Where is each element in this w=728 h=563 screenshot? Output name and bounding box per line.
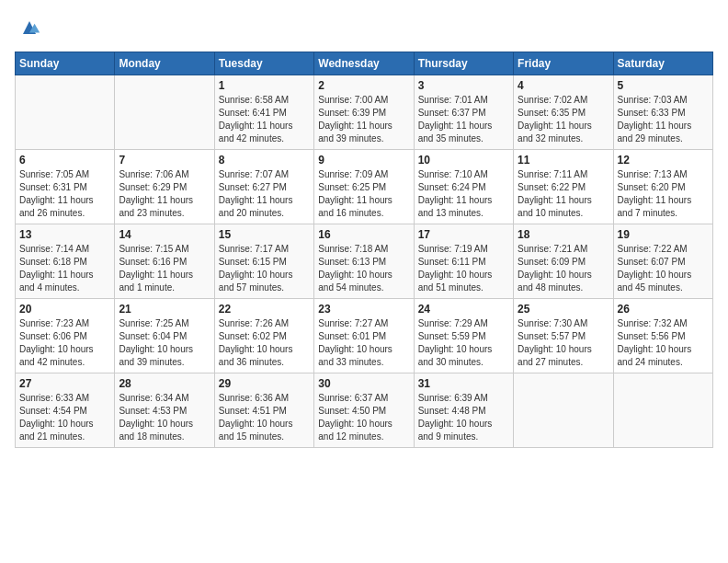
day-info: Sunrise: 7:01 AM Sunset: 6:37 PM Dayligh… bbox=[418, 94, 509, 145]
day-info: Sunrise: 7:26 AM Sunset: 6:02 PM Dayligh… bbox=[219, 317, 310, 369]
day-info: Sunrise: 7:06 AM Sunset: 6:29 PM Dayligh… bbox=[119, 168, 210, 220]
day-number: 14 bbox=[119, 228, 210, 241]
day-number: 25 bbox=[518, 303, 609, 316]
day-cell: 29Sunrise: 6:36 AM Sunset: 4:51 PM Dayli… bbox=[214, 373, 313, 448]
day-cell: 7Sunrise: 7:06 AM Sunset: 6:29 PM Daylig… bbox=[115, 150, 214, 224]
week-row-1: 1Sunrise: 6:58 AM Sunset: 6:41 PM Daylig… bbox=[16, 75, 713, 150]
day-number: 10 bbox=[418, 154, 509, 167]
day-cell: 14Sunrise: 7:15 AM Sunset: 6:16 PM Dayli… bbox=[115, 224, 214, 299]
day-info: Sunrise: 6:37 AM Sunset: 4:50 PM Dayligh… bbox=[318, 392, 409, 443]
column-header-friday: Friday bbox=[514, 52, 613, 75]
day-number: 6 bbox=[19, 154, 110, 167]
day-info: Sunrise: 7:29 AM Sunset: 5:59 PM Dayligh… bbox=[418, 317, 509, 369]
day-cell: 23Sunrise: 7:27 AM Sunset: 6:01 PM Dayli… bbox=[314, 299, 414, 373]
day-cell: 10Sunrise: 7:10 AM Sunset: 6:24 PM Dayli… bbox=[414, 150, 513, 224]
day-cell: 4Sunrise: 7:02 AM Sunset: 6:35 PM Daylig… bbox=[514, 75, 613, 150]
day-cell: 6Sunrise: 7:05 AM Sunset: 6:31 PM Daylig… bbox=[16, 150, 115, 224]
day-number: 13 bbox=[19, 228, 110, 241]
day-number: 20 bbox=[19, 303, 110, 316]
week-row-2: 6Sunrise: 7:05 AM Sunset: 6:31 PM Daylig… bbox=[16, 150, 713, 224]
day-number: 5 bbox=[618, 79, 709, 92]
day-number: 19 bbox=[618, 228, 709, 241]
page-header bbox=[15, 15, 713, 40]
day-info: Sunrise: 6:33 AM Sunset: 4:54 PM Dayligh… bbox=[19, 392, 110, 443]
day-number: 27 bbox=[19, 377, 110, 390]
day-cell bbox=[115, 75, 214, 150]
column-header-monday: Monday bbox=[115, 52, 214, 75]
day-info: Sunrise: 7:17 AM Sunset: 6:15 PM Dayligh… bbox=[219, 243, 310, 294]
day-info: Sunrise: 7:30 AM Sunset: 5:57 PM Dayligh… bbox=[518, 317, 609, 369]
calendar-table: SundayMondayTuesdayWednesdayThursdayFrid… bbox=[15, 52, 713, 448]
day-info: Sunrise: 6:58 AM Sunset: 6:41 PM Dayligh… bbox=[219, 94, 310, 145]
day-info: Sunrise: 7:25 AM Sunset: 6:04 PM Dayligh… bbox=[119, 317, 210, 369]
day-number: 18 bbox=[518, 228, 609, 241]
day-cell: 21Sunrise: 7:25 AM Sunset: 6:04 PM Dayli… bbox=[115, 299, 214, 373]
day-cell: 24Sunrise: 7:29 AM Sunset: 5:59 PM Dayli… bbox=[414, 299, 513, 373]
day-cell: 26Sunrise: 7:32 AM Sunset: 5:56 PM Dayli… bbox=[613, 299, 712, 373]
day-number: 2 bbox=[318, 79, 409, 92]
day-number: 11 bbox=[518, 154, 609, 167]
column-header-thursday: Thursday bbox=[414, 52, 513, 75]
day-info: Sunrise: 6:34 AM Sunset: 4:53 PM Dayligh… bbox=[119, 392, 210, 443]
day-number: 24 bbox=[418, 303, 509, 316]
logo-icon bbox=[17, 15, 42, 40]
day-info: Sunrise: 7:11 AM Sunset: 6:22 PM Dayligh… bbox=[518, 168, 609, 220]
day-info: Sunrise: 7:18 AM Sunset: 6:13 PM Dayligh… bbox=[318, 243, 409, 294]
day-cell: 19Sunrise: 7:22 AM Sunset: 6:07 PM Dayli… bbox=[613, 224, 712, 299]
day-info: Sunrise: 7:19 AM Sunset: 6:11 PM Dayligh… bbox=[418, 243, 509, 294]
week-row-3: 13Sunrise: 7:14 AM Sunset: 6:18 PM Dayli… bbox=[16, 224, 713, 299]
day-cell: 17Sunrise: 7:19 AM Sunset: 6:11 PM Dayli… bbox=[414, 224, 513, 299]
day-info: Sunrise: 6:39 AM Sunset: 4:48 PM Dayligh… bbox=[418, 392, 509, 443]
day-cell: 22Sunrise: 7:26 AM Sunset: 6:02 PM Dayli… bbox=[214, 299, 313, 373]
day-info: Sunrise: 7:07 AM Sunset: 6:27 PM Dayligh… bbox=[219, 168, 310, 220]
day-info: Sunrise: 7:10 AM Sunset: 6:24 PM Dayligh… bbox=[418, 168, 509, 220]
day-cell: 31Sunrise: 6:39 AM Sunset: 4:48 PM Dayli… bbox=[414, 373, 513, 448]
day-cell: 8Sunrise: 7:07 AM Sunset: 6:27 PM Daylig… bbox=[214, 150, 313, 224]
logo bbox=[15, 15, 44, 40]
day-info: Sunrise: 7:13 AM Sunset: 6:20 PM Dayligh… bbox=[618, 168, 709, 220]
day-number: 22 bbox=[219, 303, 310, 316]
day-cell: 27Sunrise: 6:33 AM Sunset: 4:54 PM Dayli… bbox=[16, 373, 115, 448]
day-cell: 12Sunrise: 7:13 AM Sunset: 6:20 PM Dayli… bbox=[613, 150, 712, 224]
day-cell: 16Sunrise: 7:18 AM Sunset: 6:13 PM Dayli… bbox=[314, 224, 414, 299]
day-cell: 3Sunrise: 7:01 AM Sunset: 6:37 PM Daylig… bbox=[414, 75, 513, 150]
day-info: Sunrise: 7:23 AM Sunset: 6:06 PM Dayligh… bbox=[19, 317, 110, 369]
column-header-saturday: Saturday bbox=[613, 52, 712, 75]
day-info: Sunrise: 7:22 AM Sunset: 6:07 PM Dayligh… bbox=[618, 243, 709, 294]
day-info: Sunrise: 7:14 AM Sunset: 6:18 PM Dayligh… bbox=[19, 243, 110, 294]
day-info: Sunrise: 7:27 AM Sunset: 6:01 PM Dayligh… bbox=[318, 317, 409, 369]
week-row-4: 20Sunrise: 7:23 AM Sunset: 6:06 PM Dayli… bbox=[16, 299, 713, 373]
day-number: 7 bbox=[119, 154, 210, 167]
day-number: 30 bbox=[318, 377, 409, 390]
day-info: Sunrise: 7:05 AM Sunset: 6:31 PM Dayligh… bbox=[19, 168, 110, 220]
day-cell bbox=[613, 373, 712, 448]
day-info: Sunrise: 7:09 AM Sunset: 6:25 PM Dayligh… bbox=[318, 168, 409, 220]
day-info: Sunrise: 7:32 AM Sunset: 5:56 PM Dayligh… bbox=[618, 317, 709, 369]
day-info: Sunrise: 7:15 AM Sunset: 6:16 PM Dayligh… bbox=[119, 243, 210, 294]
day-cell: 20Sunrise: 7:23 AM Sunset: 6:06 PM Dayli… bbox=[16, 299, 115, 373]
header-row: SundayMondayTuesdayWednesdayThursdayFrid… bbox=[16, 52, 713, 75]
column-header-sunday: Sunday bbox=[16, 52, 115, 75]
day-cell bbox=[514, 373, 613, 448]
day-cell: 1Sunrise: 6:58 AM Sunset: 6:41 PM Daylig… bbox=[214, 75, 313, 150]
day-cell: 11Sunrise: 7:11 AM Sunset: 6:22 PM Dayli… bbox=[514, 150, 613, 224]
day-number: 12 bbox=[618, 154, 709, 167]
day-number: 1 bbox=[219, 79, 310, 92]
day-info: Sunrise: 7:02 AM Sunset: 6:35 PM Dayligh… bbox=[518, 94, 609, 145]
week-row-5: 27Sunrise: 6:33 AM Sunset: 4:54 PM Dayli… bbox=[16, 373, 713, 448]
day-number: 21 bbox=[119, 303, 210, 316]
day-number: 3 bbox=[418, 79, 509, 92]
day-number: 31 bbox=[418, 377, 509, 390]
day-cell bbox=[16, 75, 115, 150]
day-number: 9 bbox=[318, 154, 409, 167]
day-number: 26 bbox=[618, 303, 709, 316]
day-number: 28 bbox=[119, 377, 210, 390]
day-info: Sunrise: 7:21 AM Sunset: 6:09 PM Dayligh… bbox=[518, 243, 609, 294]
day-cell: 9Sunrise: 7:09 AM Sunset: 6:25 PM Daylig… bbox=[314, 150, 414, 224]
day-cell: 18Sunrise: 7:21 AM Sunset: 6:09 PM Dayli… bbox=[514, 224, 613, 299]
day-cell: 2Sunrise: 7:00 AM Sunset: 6:39 PM Daylig… bbox=[314, 75, 414, 150]
day-cell: 30Sunrise: 6:37 AM Sunset: 4:50 PM Dayli… bbox=[314, 373, 414, 448]
column-header-wednesday: Wednesday bbox=[314, 52, 414, 75]
day-number: 15 bbox=[219, 228, 310, 241]
day-info: Sunrise: 6:36 AM Sunset: 4:51 PM Dayligh… bbox=[219, 392, 310, 443]
